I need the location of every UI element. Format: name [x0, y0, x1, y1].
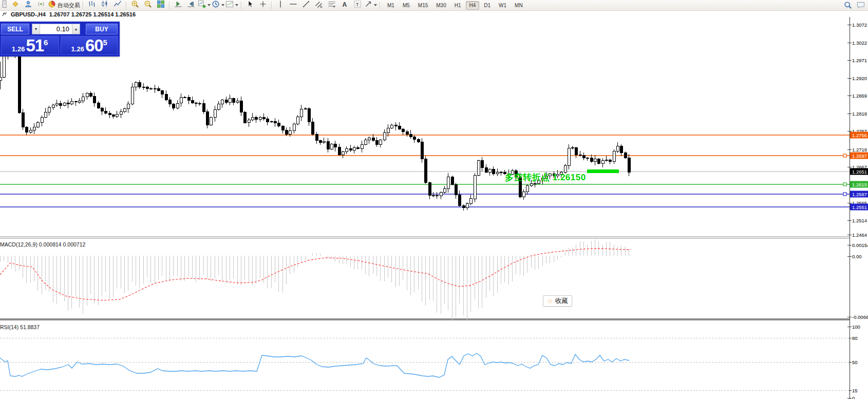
timeframe-w1[interactable]: W1: [495, 1, 510, 10]
news-signal-button[interactable]: [35, 1, 47, 10]
fibo-icon: F: [328, 0, 336, 10]
sell-price-big-digits: 51: [26, 36, 44, 55]
text-button[interactable]: A: [338, 1, 350, 10]
arrows-button[interactable]: [364, 1, 377, 10]
chart-shift-button[interactable]: [185, 1, 197, 10]
zoomout-icon: [144, 0, 152, 10]
svg-text:A: A: [342, 1, 347, 8]
vertical-line-button[interactable]: [274, 1, 286, 10]
sell-price-panel[interactable]: 1.26 51 6: [1, 36, 59, 55]
macd-indicator-label: MACD(12,26,9) 0.000814 0.000712: [0, 241, 85, 248]
timeframe-d1[interactable]: D1: [480, 1, 494, 10]
buy-price-prefix: 1.26: [71, 45, 84, 54]
favorite-label: 收藏: [555, 297, 568, 306]
line-chart-button[interactable]: [111, 1, 123, 10]
svg-text:T: T: [356, 2, 359, 7]
candles-icon: [101, 0, 109, 10]
pane-divider: [0, 318, 850, 320]
timeframe-m15[interactable]: M15: [414, 1, 431, 10]
rsi-indicator-label: RSI(14) 51.8837: [0, 324, 40, 330]
svg-text:F: F: [333, 5, 335, 8]
labelT-icon: T: [353, 0, 362, 10]
buy-button[interactable]: BUY: [86, 24, 118, 34]
autoscroll-icon: [174, 0, 182, 10]
text-label-button[interactable]: T: [351, 1, 363, 10]
line-handle-marker: [843, 183, 846, 186]
buy-price-panel[interactable]: 1.26 60 5: [61, 36, 119, 55]
sell-button[interactable]: SELL: [1, 24, 29, 34]
support-highlight-bar: [587, 169, 619, 173]
timeframe-m1[interactable]: M1: [384, 1, 398, 10]
doc-icon: [0, 0, 7, 10]
hline-icon: [289, 0, 297, 10]
volume-spinner: ▼ 0.10 ▲: [32, 24, 80, 34]
templates-button[interactable]: [225, 1, 238, 10]
template-icon: [225, 0, 234, 10]
account-icon-button[interactable]: [22, 1, 34, 10]
one-click-trading-panel: SELL ▼ 0.10 ▲ BUY 1.26 51 6 1.26 60 5: [0, 22, 120, 56]
timeframe-m5[interactable]: M5: [399, 1, 413, 10]
macd-histogram: [1, 239, 629, 320]
buy-price-pip-digit: 5: [103, 38, 107, 47]
tile-windows-button[interactable]: [155, 1, 166, 10]
clipped-left-icon[interactable]: [0, 1, 8, 10]
svg-text:E: E: [320, 5, 322, 8]
toolbar: 自动交易EFATM1M5M15M30H1H4D1W1MN: [0, 0, 868, 11]
dropdown-caret-icon: [221, 4, 224, 6]
chart-title-bar: GBPUSD-,H4 1.26707 1.26725 1.26514 1.265…: [0, 11, 868, 17]
channel-icon: E: [315, 0, 323, 10]
toolbar-separator: [241, 2, 241, 9]
cursor-button[interactable]: [244, 1, 256, 10]
timeframe-h1[interactable]: H1: [451, 1, 465, 10]
fibonacci-button[interactable]: F: [326, 1, 337, 10]
volume-decrease-button[interactable]: ▼: [32, 24, 40, 34]
crosshair-button[interactable]: [257, 1, 269, 10]
crosshair-icon: [259, 0, 267, 10]
chart-canvas[interactable]: [0, 0, 868, 399]
auto-scroll-button[interactable]: [172, 1, 184, 10]
sell-price-pip-digit: 6: [44, 38, 48, 47]
timeframe-m30[interactable]: M30: [432, 1, 449, 10]
textA-icon: A: [341, 0, 349, 10]
favorite-badge[interactable]: ☆ 收藏: [543, 295, 572, 307]
clock-icon: [212, 0, 220, 10]
volume-increase-button[interactable]: ▲: [72, 24, 80, 34]
zoom-in-button[interactable]: [129, 1, 141, 10]
trendline-button[interactable]: [300, 1, 312, 10]
linechart-icon: [114, 0, 122, 10]
new-chart-button[interactable]: [198, 1, 211, 10]
symbol-period: GBPUSD-,H4: [11, 11, 46, 17]
person-icon: [24, 0, 32, 10]
auto-trading-button-label: 自动交易: [58, 2, 80, 9]
chat-button[interactable]: [855, 1, 866, 10]
line-handle-marker: [843, 193, 846, 196]
deposit-icon-button[interactable]: [9, 1, 21, 10]
newchart-icon: [198, 0, 206, 10]
auto-trading-button[interactable]: 自动交易: [48, 1, 80, 10]
autotrade-icon: [48, 0, 56, 10]
timeframe-mn[interactable]: MN: [511, 1, 526, 10]
periods-button[interactable]: [212, 1, 224, 10]
dropdown-caret-icon: [207, 4, 211, 6]
search-button[interactable]: [842, 1, 854, 10]
macd-signal-line: [0, 249, 631, 300]
dropdown-caret-icon: [374, 4, 377, 6]
mt4-window: 自动交易EFATM1M5M15M30H1H4D1W1MN GBPUSD-,H4 …: [0, 0, 868, 399]
candlestick-chart-button[interactable]: [99, 1, 110, 10]
toolbar-separator: [83, 2, 83, 9]
vline-icon: [276, 0, 285, 10]
toolbar-separator: [126, 2, 126, 9]
horizontal-line-button[interactable]: [287, 1, 299, 10]
sell-price-prefix: 1.26: [12, 45, 25, 54]
timeframe-h4[interactable]: H4: [466, 1, 480, 10]
line-handle-marker: [843, 154, 846, 157]
tiles-icon: [157, 0, 165, 10]
pivot-annotation-text: 多空转折点 1.26150: [505, 172, 586, 183]
volume-input[interactable]: 0.10: [40, 24, 72, 34]
candlestick-series: [0, 46, 630, 211]
bar-chart-button[interactable]: [86, 1, 98, 10]
equidistant-channel-button[interactable]: E: [313, 1, 325, 10]
timeframe-group: M1M5M15M30H1H4D1W1MN: [383, 1, 527, 10]
star-icon: ☆: [547, 298, 553, 305]
zoom-out-button[interactable]: [142, 1, 154, 10]
